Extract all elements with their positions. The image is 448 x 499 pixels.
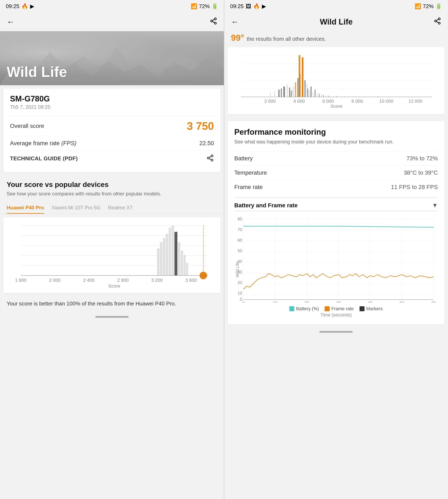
perf-title: Performance monitoring	[234, 128, 438, 137]
svg-rect-72	[315, 90, 316, 97]
svg-point-0	[215, 18, 216, 20]
svg-text:50: 50	[400, 301, 404, 303]
svg-text:2 800: 2 800	[117, 277, 128, 283]
svg-text:0: 0	[242, 301, 244, 303]
svg-point-8	[208, 157, 209, 159]
svg-text:10 000: 10 000	[379, 99, 393, 104]
fps-value: 22.50	[199, 140, 214, 147]
svg-rect-54	[281, 88, 282, 97]
svg-text:0: 0	[240, 297, 242, 301]
svg-line-11	[209, 156, 211, 158]
svg-text:20: 20	[238, 280, 242, 285]
svg-line-43	[436, 19, 438, 20]
svg-rect-61	[295, 82, 296, 97]
svg-text:Score: Score	[330, 103, 342, 109]
battery-legend-color	[289, 306, 294, 311]
performance-card: Performance monitoring See what was happ…	[228, 121, 445, 324]
svg-rect-81	[345, 97, 345, 97]
chart-legend: Battery (%) Frame rate Markers	[234, 306, 438, 311]
device-date: Th5 7, 2021 09:25	[10, 104, 214, 110]
left-top-bar: ←	[0, 13, 224, 31]
bottom-chart-wrapper: 80 70 60 50 40 30 20 10 0	[234, 215, 438, 318]
device-name: SM-G780G	[10, 94, 214, 103]
tab-realme-x7[interactable]: Realme X7	[108, 202, 133, 214]
svg-line-10	[209, 158, 211, 160]
right-fire-icon: 🔥	[253, 3, 260, 10]
temperature-row: Temperature 38°C to 39°C	[234, 166, 438, 180]
svg-text:60: 60	[238, 238, 242, 242]
svg-text:3 600: 3 600	[185, 277, 197, 283]
svg-text:30: 30	[336, 301, 341, 303]
dropdown-arrow-icon[interactable]: ▼	[432, 202, 438, 209]
svg-point-39	[438, 18, 440, 20]
wifi-icon: 📶	[191, 3, 197, 10]
svg-rect-18	[157, 248, 160, 275]
left-time: 09:25	[6, 3, 19, 10]
svg-text:2 000: 2 000	[264, 99, 276, 104]
svg-rect-73	[317, 93, 317, 97]
right-share-button[interactable]	[434, 17, 441, 27]
tech-guide-text[interactable]: TECHNICAL GUIDE (PDF)	[10, 155, 78, 162]
left-back-button[interactable]: ←	[7, 17, 15, 26]
hero-image: Wild Life	[0, 31, 224, 85]
svg-rect-84	[399, 97, 399, 97]
svg-rect-79	[332, 96, 333, 97]
vs-subtitle: See how your score compares with results…	[7, 190, 217, 197]
dropdown-label: Battery and Frame rate	[234, 202, 298, 209]
svg-rect-26	[181, 251, 183, 275]
svg-point-2	[215, 22, 216, 24]
svg-rect-28	[186, 263, 188, 275]
svg-text:20: 20	[304, 301, 309, 303]
svg-text:6 000: 6 000	[322, 99, 334, 104]
svg-rect-66	[306, 85, 307, 97]
device-card: SM-G780G Th5 7, 2021 09:25 Overall score…	[3, 88, 221, 172]
svg-rect-78	[328, 96, 329, 97]
svg-rect-58	[292, 90, 293, 97]
overall-score-row: Overall score 3 750	[10, 116, 214, 136]
svg-rect-82	[357, 97, 358, 97]
comparison-tabs: Huawei P40 Pro Xiaomi Mi 10T Pro 5G Real…	[0, 202, 224, 214]
framerate-value: 11 FPS to 28 FPS	[391, 184, 438, 190]
right-time: 09:25	[230, 3, 244, 10]
fps-label: Average frame rate (FPS)	[10, 140, 77, 147]
partial-score-text: 99° the results from all other devices.	[224, 31, 448, 44]
right-back-button[interactable]: ←	[231, 17, 239, 26]
svg-rect-55	[283, 86, 285, 97]
tech-guide-row: TECHNICAL GUIDE (PDF)	[10, 150, 214, 166]
fps-row: Average frame rate (FPS) 22.50	[10, 136, 214, 150]
perf-subtitle: See what was happening inside your devic…	[234, 138, 438, 145]
distribution-chart-svg: 2 000 4 000 6 000 8 000 10 000 12 000 Sc…	[233, 51, 438, 109]
svg-rect-52	[274, 91, 275, 97]
time-axis-label: Time (seconds)	[234, 312, 438, 318]
right-play-icon: ▶	[262, 3, 266, 10]
svg-text:50: 50	[238, 248, 242, 253]
svg-line-42	[436, 21, 438, 23]
left-status-bar: 09:25 🔥 ▶ 📶 72% 🔋	[0, 0, 224, 13]
temperature-label: Temperature	[234, 170, 267, 176]
svg-rect-57	[289, 87, 290, 97]
left-status-left: 09:25 🔥 ▶	[6, 3, 34, 10]
svg-rect-56	[287, 85, 288, 97]
left-share-button[interactable]	[210, 17, 217, 27]
svg-text:12 000: 12 000	[408, 99, 422, 104]
svg-text:10: 10	[273, 301, 277, 303]
right-status-left: 09:25 🖼 🔥 ▶	[230, 3, 266, 10]
right-panel: 09:25 🖼 🔥 ▶ 📶 72% 🔋 ← Wild Life 99° the …	[224, 0, 448, 499]
svg-text:Wild Life: Wild Life	[235, 261, 240, 277]
left-scroll-indicator	[0, 313, 224, 323]
dropdown-row[interactable]: Battery and Frame rate ▼	[234, 198, 438, 211]
svg-rect-27	[184, 255, 186, 275]
svg-text:2 400: 2 400	[83, 277, 95, 283]
vs-chart-svg: 1 600 2 000 2 400 2 800 3 200 3 600 Scor…	[8, 222, 214, 288]
left-panel: 09:25 🔥 ▶ 📶 72% 🔋 ← Wild Life	[0, 0, 224, 499]
framerate-legend-color	[325, 306, 330, 311]
distribution-chart-container: 2 000 4 000 6 000 8 000 10 000 12 000 Sc…	[228, 47, 445, 114]
svg-text:80: 80	[238, 217, 242, 221]
tab-xiaomi-mi10t[interactable]: Xiaomi Mi 10T Pro 5G	[51, 202, 100, 214]
tech-share-icon[interactable]	[207, 154, 214, 163]
right-wifi-icon: 📶	[415, 3, 421, 10]
battery-legend-label: Battery (%)	[296, 306, 319, 311]
right-battery: 72%	[423, 3, 434, 10]
tab-huawei-p40[interactable]: Huawei P40 Pro	[7, 202, 44, 214]
svg-text:60: 60	[431, 301, 436, 303]
